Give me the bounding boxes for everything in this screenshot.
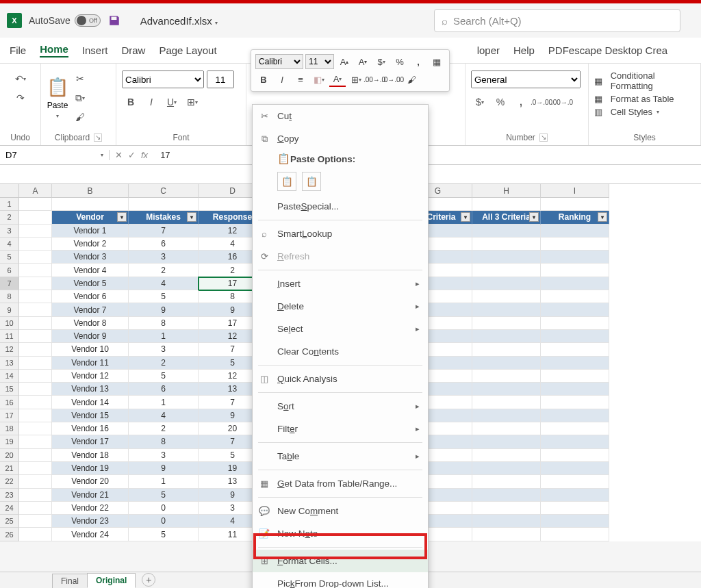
- ctx-delete[interactable]: Delete▸: [253, 295, 428, 318]
- cell-I3[interactable]: [541, 225, 609, 238]
- cell-I15[interactable]: [541, 383, 609, 396]
- col-header-H[interactable]: H: [472, 184, 541, 198]
- cell-A3[interactable]: [19, 225, 52, 238]
- cell-C9[interactable]: 9: [129, 303, 199, 316]
- decrease-decimal-icon[interactable]: .00→.0: [553, 94, 571, 110]
- cell-C22[interactable]: 1: [129, 475, 199, 488]
- col-header-C[interactable]: C: [129, 184, 199, 198]
- row-header-12[interactable]: 12: [0, 343, 19, 356]
- clipboard-launcher[interactable]: ↘: [94, 133, 102, 142]
- ctx-sort[interactable]: Sort▸: [253, 395, 428, 418]
- ctx-filter[interactable]: Filter▸: [253, 418, 428, 440]
- bold-icon[interactable]: B: [255, 72, 272, 87]
- cell-I26[interactable]: [541, 528, 609, 541]
- ctx-quick-analysis[interactable]: ◫Quick Analysis: [253, 368, 428, 390]
- cell-I16[interactable]: [541, 396, 609, 409]
- cell-C13[interactable]: 2: [129, 357, 199, 370]
- copy-icon[interactable]: ⧉▾: [71, 90, 89, 106]
- cell-C11[interactable]: 1: [129, 330, 199, 343]
- cell-H19[interactable]: [472, 435, 541, 448]
- comma-icon[interactable]: ,: [512, 94, 530, 110]
- cell-A16[interactable]: [19, 396, 52, 409]
- cell-H12[interactable]: [472, 343, 541, 356]
- paste-option-1[interactable]: 📋: [277, 172, 296, 191]
- cell-H23[interactable]: [472, 489, 541, 502]
- tab-insert[interactable]: Insert: [82, 44, 108, 56]
- cell-C4[interactable]: 6: [129, 238, 199, 251]
- cell-C18[interactable]: 2: [129, 422, 199, 435]
- comma-icon[interactable]: ,: [410, 54, 426, 69]
- tab-extra-2[interactable]: PDFescape Desktop Crea: [548, 44, 667, 56]
- cell-A12[interactable]: [19, 343, 52, 356]
- currency-icon[interactable]: $▾: [471, 94, 489, 110]
- row-header-24[interactable]: 24: [0, 502, 19, 515]
- cell-A6[interactable]: [19, 264, 52, 277]
- percent-icon[interactable]: %: [492, 94, 509, 110]
- cell-H11[interactable]: [472, 330, 541, 343]
- italic-icon[interactable]: I: [274, 72, 290, 87]
- confirm-icon[interactable]: ✓: [128, 150, 136, 160]
- redo-icon[interactable]: ↷: [12, 90, 29, 106]
- cell-I2[interactable]: Ranking▾: [541, 211, 609, 224]
- cell-H7[interactable]: [472, 277, 541, 290]
- cell-I7[interactable]: [541, 277, 609, 290]
- cell-H6[interactable]: [472, 264, 541, 277]
- cell-B11[interactable]: Vendor 9: [52, 330, 129, 343]
- cell-H14[interactable]: [472, 370, 541, 383]
- cell-C6[interactable]: 2: [129, 264, 199, 277]
- cell-I23[interactable]: [541, 489, 609, 502]
- cell-B17[interactable]: Vendor 15: [52, 409, 129, 422]
- cell-A17[interactable]: [19, 409, 52, 422]
- cell-I17[interactable]: [541, 409, 609, 422]
- row-header-6[interactable]: 6: [0, 264, 19, 277]
- cell-I22[interactable]: [541, 475, 609, 488]
- row-header-9[interactable]: 9: [0, 303, 19, 316]
- cell-H3[interactable]: [472, 225, 541, 238]
- ctx-copy[interactable]: ⧉Copy: [253, 127, 428, 150]
- ctx-insert[interactable]: Insert▸: [253, 272, 428, 295]
- cell-A21[interactable]: [19, 462, 52, 475]
- cell-I1[interactable]: [541, 198, 609, 211]
- cell-A2[interactable]: [19, 211, 52, 224]
- row-header-2[interactable]: 2: [0, 211, 19, 224]
- cell-H8[interactable]: [472, 290, 541, 303]
- cell-A11[interactable]: [19, 330, 52, 343]
- cell-C14[interactable]: 5: [129, 370, 199, 383]
- font-color-icon[interactable]: A▾: [329, 72, 346, 87]
- cell-H20[interactable]: [472, 449, 541, 462]
- cell-I8[interactable]: [541, 290, 609, 303]
- cell-A20[interactable]: [19, 449, 52, 462]
- cancel-icon[interactable]: ✕: [115, 150, 123, 160]
- cell-A26[interactable]: [19, 528, 52, 541]
- row-header-1[interactable]: 1: [0, 198, 19, 211]
- cell-A25[interactable]: [19, 515, 52, 528]
- cell-A22[interactable]: [19, 475, 52, 488]
- number-format-select[interactable]: General: [471, 71, 581, 88]
- cell-H1[interactable]: [472, 198, 541, 211]
- row-header-8[interactable]: 8: [0, 290, 19, 303]
- cell-A15[interactable]: [19, 383, 52, 396]
- cell-B25[interactable]: Vendor 23: [52, 515, 129, 528]
- format-as-table-button[interactable]: ▦ Format as Table: [594, 94, 695, 104]
- ctx-paste-special[interactable]: Paste Special...: [253, 195, 428, 218]
- font-select[interactable]: Calibri: [122, 71, 204, 88]
- toggle-switch[interactable]: Off: [75, 14, 101, 27]
- align-center-icon[interactable]: ≡: [292, 72, 309, 87]
- tab-draw[interactable]: Draw: [121, 44, 145, 56]
- tab-extra-0[interactable]: loper: [477, 44, 500, 56]
- paste-option-2[interactable]: 📋: [302, 172, 321, 191]
- filter-dropdown-icon[interactable]: ▾: [117, 212, 127, 222]
- cell-I4[interactable]: [541, 238, 609, 251]
- filter-dropdown-icon[interactable]: ▾: [529, 212, 539, 222]
- mini-size-select[interactable]: 11: [305, 54, 334, 69]
- row-header-26[interactable]: 26: [0, 528, 19, 541]
- cell-A4[interactable]: [19, 238, 52, 251]
- cell-H9[interactable]: [472, 303, 541, 316]
- formula-value[interactable]: 17: [153, 150, 170, 160]
- row-header-7[interactable]: 7: [0, 277, 19, 290]
- cell-C1[interactable]: [129, 198, 199, 211]
- paste-icon[interactable]: 📋: [47, 77, 68, 98]
- ctx-format-cells[interactable]: ⊞Format Cells...: [253, 550, 428, 572]
- row-header-10[interactable]: 10: [0, 317, 19, 330]
- cell-B6[interactable]: Vendor 4: [52, 264, 129, 277]
